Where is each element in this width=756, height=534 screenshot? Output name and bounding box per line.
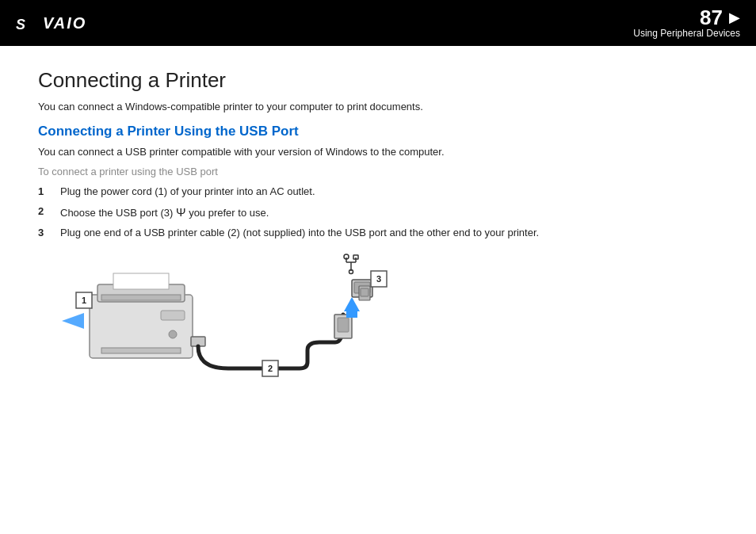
section-intro-text: You can connect a USB printer compatible… xyxy=(38,146,718,158)
header-arrow-icon: ▶ xyxy=(729,9,740,26)
step-number-1: 1 xyxy=(38,185,60,197)
printer-top-slot xyxy=(101,295,181,300)
step-text-2: Choose the USB port (3) Ψ you prefer to … xyxy=(60,205,718,219)
header-right: 87 ▶ Using Peripheral Devices xyxy=(633,7,740,39)
content-area: Connecting a Printer You can connect a W… xyxy=(0,46,756,425)
subsection-heading: To connect a printer using the USB port xyxy=(38,166,718,177)
section-heading: Connecting a Printer Using the USB Port xyxy=(38,124,718,139)
usb-arrow-stem xyxy=(346,311,357,318)
header-section-title: Using Peripheral Devices xyxy=(633,28,740,39)
step-number-3: 3 xyxy=(38,227,60,238)
usb-symbol-square xyxy=(353,255,358,259)
page-header: S VAIO 87 ▶ Using Peripheral Devices xyxy=(0,0,756,46)
intro-paragraph: You can connect a Windows-compatible pri… xyxy=(38,101,718,113)
connection-diagram: 1 2 3 xyxy=(38,251,434,410)
diagram-svg: 1 2 3 xyxy=(38,251,434,410)
step-item-1: 1 Plug the power cord (1) of your printe… xyxy=(38,185,718,197)
power-arrow-icon xyxy=(62,313,84,329)
label-text-3: 3 xyxy=(376,274,381,284)
usb-symbol-base xyxy=(349,270,353,274)
step-item-3: 3 Plug one end of a USB printer cable (2… xyxy=(38,227,718,238)
sony-logo-icon: S xyxy=(13,10,38,36)
label-text-2: 2 xyxy=(268,364,273,373)
steps-list: 1 Plug the power cord (1) of your printe… xyxy=(38,185,718,238)
step-text-3: Plug one end of a USB printer cable (2) … xyxy=(60,227,718,238)
main-heading: Connecting a Printer xyxy=(38,68,718,93)
usb-up-arrow xyxy=(344,297,360,311)
printer-bottom-slot xyxy=(101,348,181,353)
printer-paper xyxy=(113,273,169,289)
usb-connector-inner xyxy=(338,318,349,332)
usb-device-inner xyxy=(361,288,368,296)
printer-indicator xyxy=(169,330,177,338)
label-text-1: 1 xyxy=(82,296,86,305)
step-item-2: 2 Choose the USB port (3) Ψ you prefer t… xyxy=(38,205,718,219)
svg-text:S: S xyxy=(16,17,25,32)
step-number-2: 2 xyxy=(38,205,60,217)
page-number: 87 xyxy=(700,7,723,28)
step-text-1: Plug the power cord (1) of your printer … xyxy=(60,185,718,197)
vaio-logo-text: VAIO xyxy=(43,14,86,32)
printer-button xyxy=(161,311,185,320)
logo-area: S VAIO xyxy=(13,10,86,36)
